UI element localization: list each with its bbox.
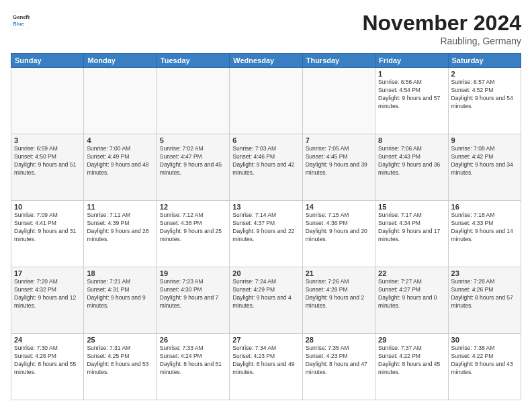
day-number: 25 <box>87 336 153 344</box>
day-number: 3 <box>14 136 81 144</box>
table-row: 10Sunrise: 7:09 AMSunset: 4:41 PMDayligh… <box>11 201 84 267</box>
day-number: 28 <box>306 336 372 344</box>
table-row: 28Sunrise: 7:35 AMSunset: 4:23 PMDayligh… <box>302 334 375 400</box>
day-info: Sunrise: 7:15 AMSunset: 4:36 PMDaylight:… <box>306 212 372 244</box>
day-info: Sunrise: 7:12 AMSunset: 4:38 PMDaylight:… <box>160 212 226 244</box>
table-row: 16Sunrise: 7:18 AMSunset: 4:33 PMDayligh… <box>448 201 521 267</box>
week-row-0: 1Sunrise: 6:56 AMSunset: 4:54 PMDaylight… <box>11 68 521 134</box>
day-number: 19 <box>160 269 226 277</box>
table-row: 13Sunrise: 7:14 AMSunset: 4:37 PMDayligh… <box>230 201 302 267</box>
day-info: Sunrise: 7:33 AMSunset: 4:24 PMDaylight:… <box>160 345 226 377</box>
table-row: 22Sunrise: 7:27 AMSunset: 4:27 PMDayligh… <box>375 267 448 334</box>
table-row: 6Sunrise: 7:03 AMSunset: 4:46 PMDaylight… <box>230 134 302 201</box>
day-info: Sunrise: 7:24 AMSunset: 4:29 PMDaylight:… <box>232 278 299 310</box>
table-row: 29Sunrise: 7:37 AMSunset: 4:22 PMDayligh… <box>375 334 448 400</box>
day-info: Sunrise: 7:37 AMSunset: 4:22 PMDaylight:… <box>378 345 445 377</box>
table-row: 18Sunrise: 7:21 AMSunset: 4:31 PMDayligh… <box>84 267 157 334</box>
col-saturday: Saturday <box>448 54 521 68</box>
col-thursday: Thursday <box>302 54 375 68</box>
day-number: 12 <box>160 203 226 211</box>
day-number: 9 <box>451 136 518 144</box>
day-number: 6 <box>232 136 299 144</box>
day-number: 18 <box>87 269 153 277</box>
day-info: Sunrise: 7:17 AMSunset: 4:34 PMDaylight:… <box>378 212 445 244</box>
day-info: Sunrise: 7:18 AMSunset: 4:33 PMDaylight:… <box>451 212 518 244</box>
day-info: Sunrise: 7:03 AMSunset: 4:46 PMDaylight:… <box>232 145 299 177</box>
svg-text:Blue: Blue <box>13 21 25 27</box>
day-number: 7 <box>306 136 372 144</box>
day-info: Sunrise: 7:35 AMSunset: 4:23 PMDaylight:… <box>306 345 372 377</box>
day-info: Sunrise: 7:05 AMSunset: 4:45 PMDaylight:… <box>306 145 372 177</box>
day-number: 1 <box>378 70 445 78</box>
table-row: 8Sunrise: 7:06 AMSunset: 4:43 PMDaylight… <box>375 134 448 201</box>
day-number: 17 <box>14 269 81 277</box>
table-row: 30Sunrise: 7:38 AMSunset: 4:22 PMDayligh… <box>448 334 521 400</box>
day-number: 16 <box>451 203 518 211</box>
day-info: Sunrise: 7:38 AMSunset: 4:22 PMDaylight:… <box>451 345 518 377</box>
table-row: 1Sunrise: 6:56 AMSunset: 4:54 PMDaylight… <box>375 68 448 134</box>
month-title: November 2024 <box>362 11 521 36</box>
day-info: Sunrise: 6:56 AMSunset: 4:54 PMDaylight:… <box>378 79 445 111</box>
table-row: 27Sunrise: 7:34 AMSunset: 4:23 PMDayligh… <box>230 334 302 400</box>
day-info: Sunrise: 7:11 AMSunset: 4:39 PMDaylight:… <box>87 212 153 244</box>
day-info: Sunrise: 7:08 AMSunset: 4:42 PMDaylight:… <box>451 145 518 177</box>
day-number: 24 <box>14 336 81 344</box>
week-row-3: 17Sunrise: 7:20 AMSunset: 4:32 PMDayligh… <box>11 267 521 334</box>
day-number: 14 <box>306 203 372 211</box>
table-row: 26Sunrise: 7:33 AMSunset: 4:24 PMDayligh… <box>157 334 229 400</box>
day-info: Sunrise: 6:57 AMSunset: 4:52 PMDaylight:… <box>451 79 518 111</box>
table-row: 20Sunrise: 7:24 AMSunset: 4:29 PMDayligh… <box>230 267 302 334</box>
table-row: 21Sunrise: 7:26 AMSunset: 4:28 PMDayligh… <box>302 267 375 334</box>
day-info: Sunrise: 7:27 AMSunset: 4:27 PMDaylight:… <box>378 278 445 310</box>
table-row: 4Sunrise: 7:00 AMSunset: 4:49 PMDaylight… <box>84 134 157 201</box>
table-row: 12Sunrise: 7:12 AMSunset: 4:38 PMDayligh… <box>157 201 229 267</box>
logo: General Blue <box>11 11 30 30</box>
day-info: Sunrise: 7:09 AMSunset: 4:41 PMDaylight:… <box>14 212 81 244</box>
week-row-1: 3Sunrise: 6:59 AMSunset: 4:50 PMDaylight… <box>11 134 521 201</box>
day-info: Sunrise: 7:02 AMSunset: 4:47 PMDaylight:… <box>160 145 226 177</box>
table-row: 11Sunrise: 7:11 AMSunset: 4:39 PMDayligh… <box>84 201 157 267</box>
calendar-table: Sunday Monday Tuesday Wednesday Thursday… <box>11 53 521 400</box>
table-row: 19Sunrise: 7:23 AMSunset: 4:30 PMDayligh… <box>157 267 229 334</box>
day-number: 4 <box>87 136 153 144</box>
header: General Blue November 2024 Raubling, Ger… <box>11 11 521 46</box>
table-row: 14Sunrise: 7:15 AMSunset: 4:36 PMDayligh… <box>302 201 375 267</box>
day-info: Sunrise: 7:00 AMSunset: 4:49 PMDaylight:… <box>87 145 153 177</box>
day-info: Sunrise: 7:20 AMSunset: 4:32 PMDaylight:… <box>14 278 81 310</box>
day-number: 10 <box>14 203 81 211</box>
day-number: 29 <box>378 336 445 344</box>
table-row: 5Sunrise: 7:02 AMSunset: 4:47 PMDaylight… <box>157 134 229 201</box>
table-row <box>84 68 157 134</box>
table-row: 15Sunrise: 7:17 AMSunset: 4:34 PMDayligh… <box>375 201 448 267</box>
week-row-2: 10Sunrise: 7:09 AMSunset: 4:41 PMDayligh… <box>11 201 521 267</box>
table-row: 7Sunrise: 7:05 AMSunset: 4:45 PMDaylight… <box>302 134 375 201</box>
day-info: Sunrise: 7:30 AMSunset: 4:26 PMDaylight:… <box>14 345 81 377</box>
day-info: Sunrise: 7:14 AMSunset: 4:37 PMDaylight:… <box>232 212 299 244</box>
title-block: November 2024 Raubling, Germany <box>362 11 521 46</box>
day-number: 26 <box>160 336 226 344</box>
table-row: 25Sunrise: 7:31 AMSunset: 4:25 PMDayligh… <box>84 334 157 400</box>
day-number: 11 <box>87 203 153 211</box>
logo-icon: General Blue <box>11 11 30 30</box>
location: Raubling, Germany <box>362 36 521 46</box>
table-row: 24Sunrise: 7:30 AMSunset: 4:26 PMDayligh… <box>11 334 84 400</box>
day-number: 22 <box>378 269 445 277</box>
week-row-4: 24Sunrise: 7:30 AMSunset: 4:26 PMDayligh… <box>11 334 521 400</box>
day-info: Sunrise: 7:23 AMSunset: 4:30 PMDaylight:… <box>160 278 226 310</box>
day-number: 8 <box>378 136 445 144</box>
col-tuesday: Tuesday <box>157 54 229 68</box>
table-row <box>302 68 375 134</box>
table-row <box>157 68 229 134</box>
day-number: 20 <box>232 269 299 277</box>
table-row <box>11 68 84 134</box>
day-info: Sunrise: 7:21 AMSunset: 4:31 PMDaylight:… <box>87 278 153 310</box>
table-row <box>230 68 302 134</box>
day-number: 5 <box>160 136 226 144</box>
day-info: Sunrise: 7:26 AMSunset: 4:28 PMDaylight:… <box>306 278 372 310</box>
day-number: 30 <box>451 336 518 344</box>
day-number: 23 <box>451 269 518 277</box>
col-monday: Monday <box>84 54 157 68</box>
day-info: Sunrise: 7:06 AMSunset: 4:43 PMDaylight:… <box>378 145 445 177</box>
table-row: 3Sunrise: 6:59 AMSunset: 4:50 PMDaylight… <box>11 134 84 201</box>
table-row: 9Sunrise: 7:08 AMSunset: 4:42 PMDaylight… <box>448 134 521 201</box>
